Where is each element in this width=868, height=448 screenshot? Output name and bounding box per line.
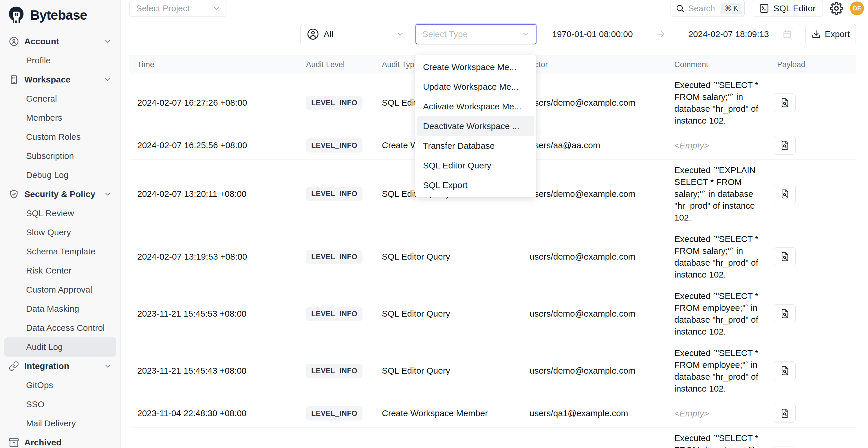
sidebar-item-label: Data Masking — [26, 304, 79, 314]
file-search-icon — [780, 98, 790, 108]
sidebar-item-members[interactable]: Members — [0, 108, 120, 127]
type-menu-option-update-workspace-me[interactable]: Update Workspace Me... — [417, 77, 534, 97]
sidebar-section-integration[interactable]: Integration — [0, 357, 120, 376]
date-from-value: 1970-01-01 08:00:00 — [552, 29, 633, 39]
export-button[interactable]: Export — [805, 24, 856, 44]
audit-type-cell: SQL Editor Query — [374, 309, 522, 319]
sidebar-section-account[interactable]: Account — [0, 32, 120, 51]
audit-level-cell: LEVEL_INFO — [298, 187, 374, 201]
chevron-down-icon — [104, 75, 112, 84]
view-payload-button[interactable] — [774, 361, 796, 380]
chevron-down-icon — [104, 37, 112, 45]
sidebar-section-label: Workspace — [24, 75, 71, 85]
sidebar-item-data-masking[interactable]: Data Masking — [0, 299, 120, 318]
sidebar-item-label: Debug Log — [26, 170, 69, 180]
column-header-time: Time — [129, 60, 298, 69]
date-range-picker[interactable]: 1970-01-01 08:00:00 2024-02-07 18:09:13 — [541, 24, 801, 44]
actor-cell: users/demo@example.com — [522, 98, 666, 108]
view-payload-button[interactable] — [774, 404, 796, 422]
type-menu-option-sql-editor-query[interactable]: SQL Editor Query — [417, 156, 534, 175]
view-payload-button[interactable] — [774, 185, 796, 203]
sidebar-item-slow-query[interactable]: Slow Query — [0, 223, 120, 242]
sidebar-item-custom-approval[interactable]: Custom Approval — [0, 280, 120, 299]
sidebar-item-audit-log[interactable]: Audit Log — [4, 338, 116, 357]
view-payload-button[interactable] — [774, 94, 796, 112]
sql-editor-button[interactable]: SQL Editor — [752, 0, 823, 17]
sidebar-item-label: GitOps — [26, 380, 53, 390]
search-shortcut-badge: ⌘ K — [721, 3, 742, 14]
time-cell: 2023-11-21 15:45:43 +08:00 — [129, 366, 298, 376]
sidebar-item-sql-review[interactable]: SQL Review — [0, 204, 120, 223]
file-search-icon — [780, 408, 790, 418]
actor-cell: users/demo@example.com — [522, 309, 666, 319]
brand-logo[interactable]: Bytebase — [0, 0, 120, 28]
sidebar-item-profile[interactable]: Profile — [0, 51, 120, 70]
view-payload-button[interactable] — [774, 136, 796, 155]
sidebar-section-label: Account — [24, 36, 59, 46]
audit-level-cell: LEVEL_INFO — [298, 406, 374, 420]
project-select[interactable]: Select Project — [129, 0, 226, 17]
audit-level-cell: LEVEL_INFO — [298, 364, 374, 378]
sidebar-item-subscription[interactable]: Subscription — [0, 147, 120, 165]
type-menu-option-create-workspace-me[interactable]: Create Workspace Me... — [417, 57, 534, 77]
type-menu-option-transfer-database[interactable]: Transfer Database — [417, 136, 534, 156]
column-header-actor: Actor — [522, 60, 666, 69]
audit-level-badge: LEVEL_INFO — [306, 96, 363, 110]
type-menu-option-sql-export[interactable]: SQL Export — [417, 175, 534, 195]
chevron-down-icon — [104, 190, 112, 198]
search-input[interactable]: Search ⌘ K — [671, 0, 745, 17]
actor-cell: users/aa@aa.com — [522, 140, 666, 150]
sidebar-item-schema-template[interactable]: Schema Template — [0, 242, 120, 261]
view-payload-button[interactable] — [774, 305, 796, 323]
comment-cell: Executed `"SELECT * FROM employee;"` in … — [666, 347, 769, 394]
sidebar-item-label: Subscription — [26, 151, 74, 161]
sidebar-item-label: Schema Template — [26, 247, 96, 256]
sidebar-section-label: Archived — [24, 438, 61, 447]
filter-bar: All Select Type 1970-01-01 08:00:00 2024… — [129, 24, 856, 44]
audit-level-cell: LEVEL_INFO — [298, 307, 374, 321]
topbar: Select Project Search ⌘ K SQL Editor DE — [121, 0, 868, 17]
sidebar-item-label: Mail Delivery — [26, 418, 76, 428]
view-payload-button[interactable] — [774, 248, 796, 266]
sidebar-item-gitops[interactable]: GitOps — [0, 376, 120, 395]
type-menu-option-activate-workspace-me[interactable]: Activate Workspace Me... — [417, 97, 534, 116]
sidebar-item-data-access-control[interactable]: Data Access Control — [0, 318, 120, 338]
audit-level-badge: LEVEL_INFO — [306, 307, 363, 321]
payload-cell — [769, 361, 856, 380]
sidebar-item-general[interactable]: General — [0, 89, 120, 108]
sidebar-item-label: Profile — [26, 56, 51, 65]
actor-filter-select[interactable]: All — [300, 24, 411, 44]
sidebar-item-custom-roles[interactable]: Custom Roles — [0, 127, 120, 147]
comment-cell: Executed `"SELECT * FROM department;"` i… — [666, 432, 769, 448]
sidebar-section-archived[interactable]: Archived — [0, 433, 120, 448]
audit-log-row: 2023-11-04 22:48:30 +08:00LEVEL_INFOCrea… — [129, 399, 856, 427]
sidebar-item-label: Members — [26, 113, 62, 123]
column-header-payload: Payload — [769, 60, 856, 69]
sidebar-section-workspace[interactable]: Workspace — [0, 70, 120, 89]
gear-icon[interactable] — [830, 2, 843, 15]
comment-cell: Executed `"SELECT * FROM employee;"` in … — [666, 290, 769, 338]
type-menu-option-deactivate-workspace[interactable]: Deactivate Workspace ... — [417, 116, 534, 136]
chevron-down-icon — [396, 30, 404, 38]
comment-cell: Executed `"SELECT * FROM salary;"` in da… — [666, 233, 769, 281]
export-label: Export — [825, 29, 850, 39]
sidebar-item-risk-center[interactable]: Risk Center — [0, 261, 120, 280]
sidebar-section-label: Security & Policy — [24, 189, 95, 199]
sidebar-item-sso[interactable]: SSO — [0, 395, 120, 414]
audit-level-badge: LEVEL_INFO — [306, 250, 363, 264]
type-filter-select[interactable]: Select Type — [415, 24, 536, 44]
archive-icon — [9, 437, 19, 448]
sidebar-item-mail-delivery[interactable]: Mail Delivery — [0, 414, 120, 433]
person-circle-icon — [9, 36, 19, 46]
topbar-right: Search ⌘ K SQL Editor DE — [671, 0, 864, 17]
sidebar-nav: AccountProfileWorkspaceGeneralMembersCus… — [0, 28, 120, 448]
audit-level-cell: LEVEL_INFO — [298, 138, 374, 153]
actor-filter-value: All — [324, 29, 391, 39]
sidebar-section-security-policy[interactable]: Security & Policy — [0, 185, 120, 204]
empty-comment-placeholder: <Empty> — [674, 409, 709, 418]
avatar[interactable]: DE — [850, 1, 864, 15]
sidebar-item-label: Data Access Control — [26, 323, 105, 333]
view-payload-button[interactable] — [774, 447, 796, 448]
sidebar-item-debug-log[interactable]: Debug Log — [0, 165, 120, 185]
audit-level-badge: LEVEL_INFO — [306, 406, 363, 420]
